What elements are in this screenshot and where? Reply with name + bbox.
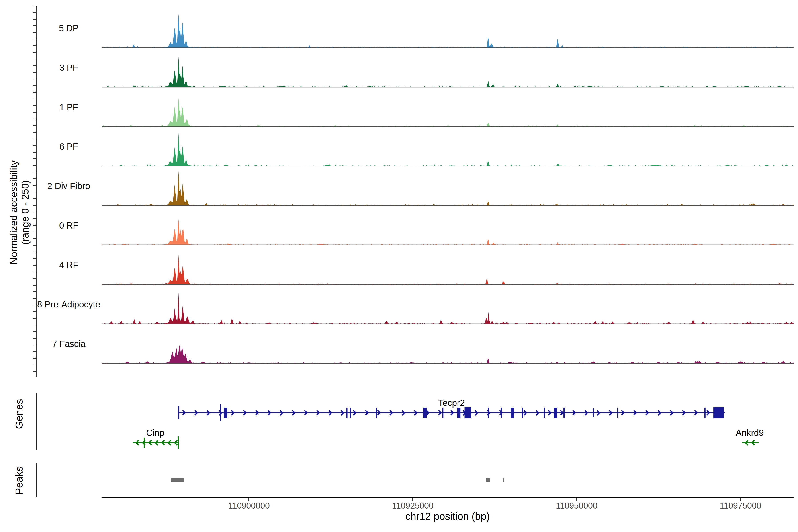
genes-section-label: Genes [13,399,25,429]
track-signal [101,325,794,364]
peak-region [486,478,490,482]
x-axis-title: chr12 position (bp) [405,510,490,522]
gene-label-tecpr2: Tecpr2 [438,398,465,408]
genome-browser-figure: Normalized accessibility (range 0 - 250)… [0,0,798,532]
track-signal [101,167,794,206]
peak-region [503,478,504,482]
track-signal [101,128,794,167]
track-signal [101,10,794,48]
gene-model-ankrd9 [742,440,759,445]
gene-label-ankrd9: Ankrd9 [736,428,764,438]
peak-region [171,478,184,482]
x-axis-tick-label: 110900000 [228,501,269,511]
track-label: 4 RF [59,260,78,270]
x-axis-tick [248,498,249,501]
y-axis-ruler-ticks [33,5,36,378]
x-axis-tick-label: 110975000 [720,501,761,511]
track-signal [101,49,794,88]
track-signal [101,207,794,245]
gene-model-cinp [133,436,179,449]
x-axis-tick [740,498,741,501]
x-axis-tick-label: 110950000 [556,501,597,511]
track-label: 7 Fascia [52,339,86,349]
track-label: 5 DP [59,23,79,33]
peaks-section-label: Peaks [13,467,25,495]
x-axis-tick [412,498,413,501]
genes-section-bracket [36,394,37,450]
gene-label-cinp: Cinp [146,428,164,438]
y-axis-title: Normalized accessibility (range 0 - 250) [8,160,31,264]
x-axis-tick-label: 110925000 [392,501,434,511]
y-axis-title-line2: (range 0 - 250) [19,160,31,264]
track-signal [101,89,794,127]
track-label: 3 PF [59,63,78,73]
track-label: 0 RF [59,221,78,230]
track-signal [101,286,794,324]
x-axis-line [101,497,794,498]
track-label: 6 PF [59,141,78,152]
track-label: 1 PF [59,102,78,112]
peaks-section-bracket [36,463,37,497]
track-label: 8 Pre-Adipocyte [37,300,100,309]
y-axis-ruler-line [36,5,37,378]
track-signal [101,246,794,285]
y-axis-title-line1: Normalized accessibility [8,160,19,264]
x-axis-tick [576,498,577,501]
track-label: 2 Div Fibro [47,181,90,191]
